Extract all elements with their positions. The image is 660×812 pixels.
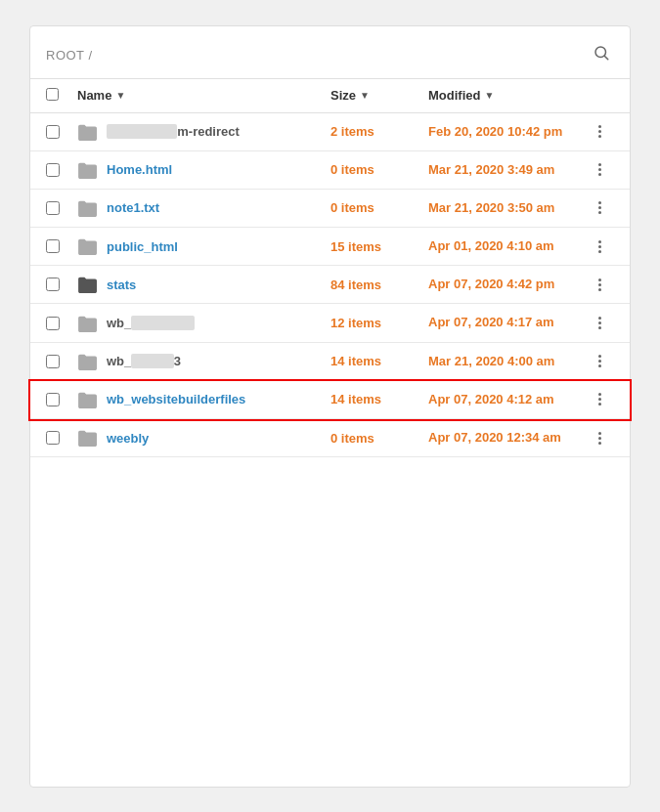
row-checkbox-col[interactable] <box>46 201 77 215</box>
name-column-header[interactable]: Name ▼ <box>77 88 330 103</box>
breadcrumb: ROOT / <box>46 48 93 63</box>
folder-icon <box>77 353 99 370</box>
more-options-button[interactable] <box>596 353 603 369</box>
row-actions[interactable] <box>585 238 614 255</box>
row-name: Home.html <box>77 161 330 179</box>
row-checkbox[interactable] <box>46 125 60 139</box>
table-row: weebly 0 items Apr 07, 2020 12:34 am <box>30 419 630 457</box>
file-name-link[interactable]: note1.txt <box>107 200 159 215</box>
row-size: 84 items <box>330 278 428 292</box>
row-name: public_html <box>77 237 330 255</box>
row-checkbox[interactable] <box>46 393 60 406</box>
row-actions[interactable] <box>585 277 614 293</box>
table-row: wb_ 3 14 items Mar 21, 2020 4:00 am <box>30 343 630 381</box>
row-checkbox-col[interactable] <box>46 239 77 253</box>
row-name: wb_ 3 <box>77 353 330 370</box>
breadcrumb-root: ROOT <box>46 48 84 63</box>
name-sort-arrow: ▼ <box>115 90 125 101</box>
row-modified: Apr 07, 2020 4:12 am <box>428 391 585 408</box>
table-row: m-redirect 2 items Feb 20, 2020 10:42 pm <box>30 113 630 151</box>
row-actions[interactable] <box>585 161 614 178</box>
table-row: Home.html 0 items Mar 21, 2020 3:49 am <box>30 151 630 190</box>
row-checkbox-col[interactable] <box>46 317 77 330</box>
row-modified: Feb 20, 2020 10:42 pm <box>428 123 585 141</box>
folder-icon <box>77 123 99 141</box>
table-row: public_html 15 items Apr 01, 2020 4:10 a… <box>30 228 630 266</box>
more-options-button[interactable] <box>596 199 603 216</box>
select-all-checkbox[interactable] <box>46 88 59 101</box>
folder-icon <box>77 276 99 293</box>
row-checkbox-col[interactable] <box>46 393 77 406</box>
file-name-link[interactable]: wb_websitebuilderfiles <box>107 392 245 406</box>
table-row: wb_websitebuilderfiles 14 items Apr 07, … <box>30 381 630 419</box>
folder-icon <box>77 237 99 255</box>
file-name: wb_ 3 <box>107 354 181 368</box>
row-checkbox-col[interactable] <box>46 355 77 368</box>
row-size: 14 items <box>330 354 428 368</box>
row-name: stats <box>77 276 330 293</box>
row-size: 2 items <box>330 124 428 139</box>
row-actions[interactable] <box>585 123 614 140</box>
row-checkbox-col[interactable] <box>46 125 77 139</box>
blurred-name <box>107 124 177 139</box>
blurred-name <box>131 354 173 368</box>
row-modified: Apr 07, 2020 4:42 pm <box>428 276 585 293</box>
row-actions[interactable] <box>585 353 614 369</box>
breadcrumb-separator: / <box>88 48 92 63</box>
row-size: 0 items <box>330 162 428 177</box>
row-name: note1.txt <box>77 199 330 217</box>
folder-icon <box>77 161 99 179</box>
row-modified: Mar 21, 2020 4:00 am <box>428 353 585 370</box>
folder-icon <box>77 429 99 447</box>
more-options-button[interactable] <box>596 277 603 293</box>
folder-icon <box>77 199 99 217</box>
more-options-button[interactable] <box>596 315 603 331</box>
row-checkbox[interactable] <box>46 317 60 330</box>
svg-line-1 <box>604 56 607 59</box>
blurred-name <box>131 316 195 330</box>
more-options-button[interactable] <box>596 430 603 447</box>
size-column-header[interactable]: Size ▼ <box>330 88 428 103</box>
table-row: stats 84 items Apr 07, 2020 4:42 pm <box>30 266 630 304</box>
row-actions[interactable] <box>585 391 614 407</box>
modified-column-header[interactable]: Modified ▼ <box>428 88 585 103</box>
row-checkbox[interactable] <box>46 163 60 177</box>
file-name-link[interactable]: weebly <box>107 431 149 446</box>
folder-icon <box>77 315 99 332</box>
row-checkbox[interactable] <box>46 431 60 445</box>
row-name: weebly <box>77 429 330 447</box>
more-options-button[interactable] <box>596 238 603 255</box>
row-checkbox-col[interactable] <box>46 278 77 291</box>
file-name: wb_ <box>107 316 195 330</box>
table-row: note1.txt 0 items Mar 21, 2020 3:50 am <box>30 190 630 228</box>
more-options-button[interactable] <box>596 161 603 178</box>
row-checkbox[interactable] <box>46 239 60 253</box>
row-modified: Apr 07, 2020 4:17 am <box>428 314 585 331</box>
row-actions[interactable] <box>585 199 614 216</box>
file-name-link[interactable]: Home.html <box>107 162 172 177</box>
header-row: ROOT / <box>30 42 630 78</box>
svg-point-0 <box>595 47 606 58</box>
select-all-checkbox-col[interactable] <box>46 87 77 105</box>
row-size: 0 items <box>330 200 428 215</box>
row-size: 15 items <box>330 239 428 254</box>
row-actions[interactable] <box>585 430 614 447</box>
row-checkbox[interactable] <box>46 201 60 215</box>
more-options-button[interactable] <box>596 123 603 140</box>
row-checkbox[interactable] <box>46 355 60 368</box>
row-name: m-redirect <box>77 123 330 141</box>
table-row: wb_ 12 items Apr 07, 2020 4:17 am <box>30 304 630 342</box>
file-name-link[interactable]: public_html <box>107 239 178 254</box>
column-headers: Name ▼ Size ▼ Modified ▼ <box>30 78 630 113</box>
size-sort-arrow: ▼ <box>360 90 370 101</box>
file-name-link[interactable]: stats <box>107 278 136 292</box>
row-actions[interactable] <box>585 315 614 331</box>
row-checkbox[interactable] <box>46 278 60 291</box>
search-button[interactable] <box>589 42 614 68</box>
row-modified: Mar 21, 2020 3:50 am <box>428 199 585 217</box>
file-list: m-redirect 2 items Feb 20, 2020 10:42 pm… <box>30 113 630 458</box>
file-manager: ROOT / Name ▼ Size ▼ Modified ▼ <box>29 25 631 788</box>
row-checkbox-col[interactable] <box>46 431 77 445</box>
more-options-button[interactable] <box>596 391 603 407</box>
row-checkbox-col[interactable] <box>46 163 77 177</box>
